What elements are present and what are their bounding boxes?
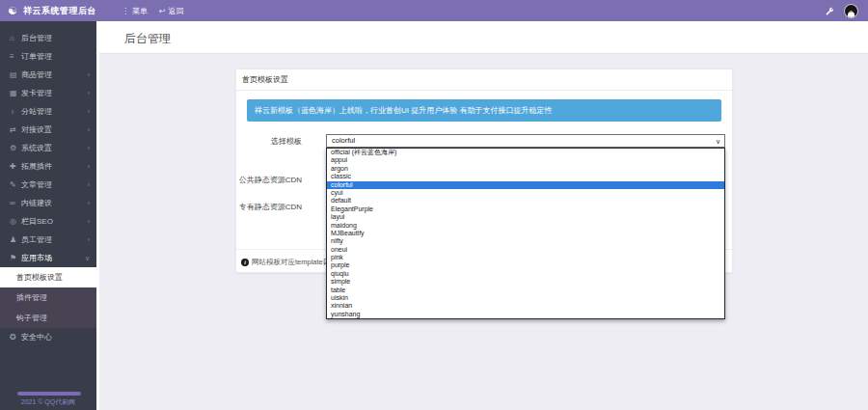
chevron-icon: ‹	[88, 90, 90, 96]
sidebar-item-backend[interactable]: ⌂后台管理	[0, 29, 96, 47]
sidebar-item-label: 发卡管理	[21, 88, 52, 98]
sidebar-item-label: 安全中心	[21, 332, 52, 342]
template-select[interactable]: colorful ∨	[326, 134, 725, 148]
notice-banner: 祥云新模板（蓝色海岸）上线啦，行业首创UI 提升用户体验 有助于支付接口提升稳定…	[247, 99, 721, 122]
market-icon: ⚑	[10, 254, 21, 262]
chevron-icon: ‹	[88, 108, 90, 115]
dropdown-option[interactable]: simple	[327, 278, 724, 286]
dropdown-option[interactable]: table	[327, 287, 724, 294]
sidebar-footer-divider	[17, 392, 81, 396]
sidebar-item-card-issue[interactable]: ▦发卡管理‹	[0, 84, 96, 102]
app-logo-icon: ☯	[8, 0, 17, 21]
dropdown-option[interactable]: default	[327, 197, 724, 205]
link-icon: ∞	[10, 199, 21, 207]
chevron-icon: ‹	[88, 236, 90, 243]
pencil-icon: ✎	[10, 180, 21, 189]
card-title: 首页模板设置	[236, 69, 732, 91]
list-icon: ≡	[10, 52, 21, 61]
sidebar: ⌂后台管理≡订单管理▤商品管理‹▦发卡管理‹♁分站管理‹⇄对接设置‹⚙系统设置‹…	[0, 21, 96, 410]
dropdown-option[interactable]: appui	[327, 156, 724, 164]
goods-icon: ▤	[10, 70, 21, 79]
sidebar-item-staff[interactable]: ♟员工管理‹	[0, 231, 96, 249]
sidebar-nav: ⌂后台管理≡订单管理▤商品管理‹▦发卡管理‹♁分站管理‹⇄对接设置‹⚙系统设置‹…	[0, 21, 96, 346]
exchange-icon: ⇄	[10, 125, 21, 134]
topbar: ☯ 祥云系统管理后台 ⋮ 菜单 ↩ 返回	[0, 0, 868, 21]
sidebar-subitem-template-settings[interactable]: 首页模板设置	[0, 267, 96, 287]
chevron-icon: ‹	[88, 145, 90, 151]
menu-toggle-button[interactable]: ⋮ 菜单	[122, 6, 148, 16]
dropdown-option[interactable]: oneui	[327, 246, 724, 254]
user-icon: ♟	[10, 235, 21, 244]
sidebar-item-substation[interactable]: ♁分站管理‹	[0, 102, 96, 121]
dropdown-option[interactable]: uiskin	[327, 294, 724, 302]
home-icon: ⌂	[10, 34, 21, 42]
sidebar-item-security[interactable]: ✪安全中心	[0, 328, 96, 346]
template-dropdown: official (祥云蓝色海岸)appuiargonclassiccolorf…	[326, 148, 725, 319]
dropdown-option[interactable]: xinnian	[327, 302, 724, 310]
sidebar-subitem-hook-manage[interactable]: 钩子管理	[0, 308, 96, 328]
sidebar-item-column-seo[interactable]: ◎栏目SEO‹	[0, 212, 96, 231]
sidebar-item-system[interactable]: ⚙系统设置‹	[0, 139, 96, 157]
info-icon: i	[241, 259, 249, 266]
chevron-icon: ‹	[88, 200, 90, 206]
page-header: 后台管理	[99, 21, 868, 54]
sidebar-item-label: 后台管理	[21, 33, 52, 43]
sidebar-scrollbar[interactable]	[96, 21, 99, 410]
dropdown-option[interactable]: layui	[327, 213, 724, 221]
sitemap-icon: ♁	[10, 107, 21, 116]
select-template-label: 选择模板	[236, 136, 302, 147]
dropdown-option[interactable]: purple	[327, 261, 724, 269]
plus-icon: ✚	[10, 162, 21, 171]
dropdown-option[interactable]: colorful	[327, 181, 724, 189]
sidebar-item-label: 栏目SEO	[21, 216, 53, 227]
sidebar-item-label: 系统设置	[21, 143, 52, 153]
menu-label: 菜单	[132, 6, 148, 16]
dropdown-option[interactable]: official (祥云蓝色海岸)	[327, 149, 724, 156]
dropdown-option[interactable]: ElegantPurple	[327, 205, 724, 213]
dropdown-option[interactable]: MJBeautify	[327, 230, 724, 237]
sidebar-item-goods[interactable]: ▤商品管理‹	[0, 66, 96, 84]
sidebar-item-label: 分站管理	[21, 106, 52, 117]
back-button[interactable]: ↩ 返回	[159, 6, 184, 16]
sidebar-item-label: 订单管理	[21, 51, 52, 62]
note-text: 网站模板对应template目	[252, 258, 330, 267]
chevron-down-icon: ∨	[716, 135, 720, 148]
user-avatar[interactable]	[844, 4, 858, 18]
back-label: 返回	[169, 6, 184, 16]
sidebar-item-docking[interactable]: ⇄对接设置‹	[0, 121, 96, 139]
back-arrow-icon: ↩	[159, 7, 166, 15]
dropdown-option[interactable]: maidong	[327, 222, 724, 230]
chevron-icon: ‹	[88, 126, 90, 133]
page-title: 后台管理	[99, 21, 868, 47]
target-icon: ◎	[10, 217, 21, 226]
copyright-text: 2021 © QQ代刷网	[0, 397, 96, 407]
sidebar-item-label: 拓展插件	[21, 161, 52, 172]
sidebar-item-label: 员工管理	[21, 234, 52, 245]
sidebar-item-articles[interactable]: ✎文章管理‹	[0, 176, 96, 194]
sidebar-item-app-market[interactable]: ⚑应用市场∨	[0, 249, 96, 267]
private-cdn-label: 专有静态资源CDN	[236, 202, 302, 212]
chevron-icon: ‹	[88, 218, 90, 225]
sidebar-item-orders[interactable]: ≡订单管理	[0, 47, 96, 66]
grid-icon: ▦	[10, 89, 21, 97]
sidebar-subitem-plugin-manage[interactable]: 插件管理	[0, 287, 96, 308]
gear-icon: ⚙	[10, 144, 21, 152]
shield-icon: ✪	[10, 333, 21, 342]
dropdown-option[interactable]: yunshang	[327, 311, 724, 318]
chevron-icon: ∨	[85, 255, 90, 262]
sidebar-item-label: 商品管理	[21, 69, 52, 80]
dropdown-option[interactable]: qiuqiu	[327, 270, 724, 278]
chevron-icon: ‹	[88, 71, 90, 78]
chevron-icon: ‹	[88, 181, 90, 188]
sidebar-item-innerlinks[interactable]: ∞内链建设‹	[0, 194, 96, 212]
dropdown-option[interactable]: nifty	[327, 237, 724, 245]
dropdown-option[interactable]: cyui	[327, 189, 724, 197]
dropdown-option[interactable]: pink	[327, 254, 724, 261]
wrench-icon[interactable]	[826, 7, 834, 15]
sidebar-item-label: 内链建设	[21, 198, 52, 208]
dropdown-option[interactable]: classic	[327, 173, 724, 180]
dropdown-option[interactable]: argon	[327, 165, 724, 173]
public-cdn-label: 公共静态资源CDN	[236, 175, 302, 185]
sidebar-item-label: 对接设置	[21, 124, 52, 135]
sidebar-item-extensions[interactable]: ✚拓展插件‹	[0, 157, 96, 176]
